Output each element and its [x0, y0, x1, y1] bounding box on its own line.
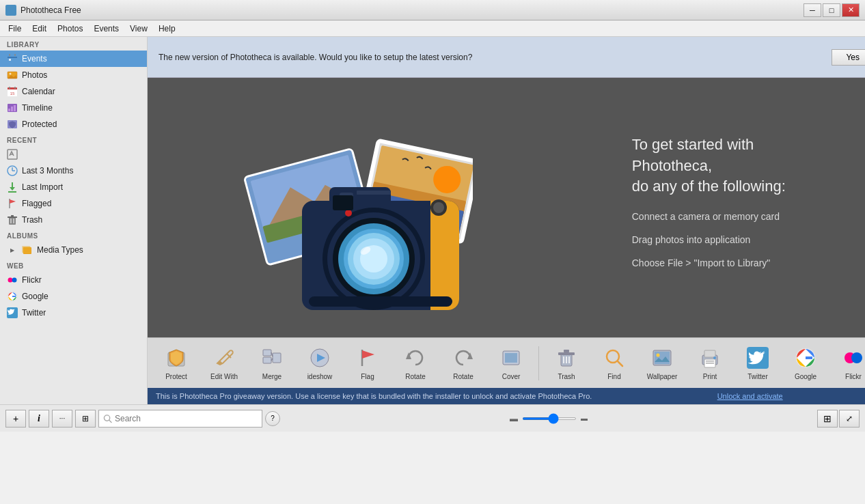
sidebar-item-media-types[interactable]: ▶ Media Types [0, 242, 147, 258]
rotate-left-button[interactable]: Rotate [392, 339, 439, 387]
more-button[interactable]: ··· [52, 410, 72, 428]
camera-area: To get started with Phototheca,do any of… [148, 78, 865, 337]
svg-rect-30 [8, 216, 17, 218]
ideshow-button[interactable]: ideshow [297, 339, 343, 387]
twitter-toolbar-label: Twitter [747, 373, 767, 380]
flickr-toolbar-icon [841, 346, 865, 370]
sidebar-item-recent-edit[interactable] [0, 146, 147, 163]
svg-rect-75 [309, 296, 452, 307]
zoom-slider[interactable] [522, 417, 577, 420]
sidebar-item-protected-label: Protected [22, 120, 57, 129]
add-button[interactable]: + [5, 410, 26, 428]
wallpaper-icon [650, 346, 674, 370]
getting-started-step1: Connect a camera or memory card [632, 211, 837, 222]
promo-message: This is Phototheca Pro giveaway version.… [156, 392, 592, 400]
svg-point-70 [433, 202, 444, 213]
promo-bar: This is Phototheca Pro giveaway version.… [148, 388, 865, 404]
svg-rect-4 [9, 59, 11, 61]
flickr-toolbar-label: Flickr [845, 373, 862, 380]
flag-toolbar-icon [355, 346, 380, 370]
trash-toolbar-label: Trash [558, 373, 575, 380]
menu-file[interactable]: File [3, 23, 27, 35]
wallpaper-button[interactable]: Wallpaper [639, 339, 685, 387]
cover-button[interactable]: Cover [488, 339, 534, 387]
sidebar-item-events-label: Events [22, 54, 47, 64]
svg-rect-15 [8, 109, 10, 111]
maximize-button[interactable]: □ [823, 3, 840, 17]
merge-button[interactable]: Merge [249, 339, 295, 387]
sidebar-item-calendar-label: Calendar [22, 87, 55, 96]
sidebar-item-events[interactable]: Events [0, 51, 147, 67]
ideshow-icon [307, 346, 332, 370]
google-toolbar-button[interactable]: Google [782, 339, 829, 387]
trash-toolbar-icon [554, 346, 579, 370]
sidebar-item-trash[interactable]: Trash [0, 212, 147, 228]
search-input[interactable] [115, 414, 258, 423]
svg-point-101 [657, 354, 660, 357]
close-button[interactable]: ✕ [842, 3, 860, 17]
flagged-icon [7, 198, 18, 209]
svg-rect-3 [14, 54, 16, 56]
trash-icon [7, 214, 18, 225]
merge-label: Merge [262, 373, 282, 380]
sidebar-item-protected[interactable]: Protected [0, 116, 147, 132]
svg-marker-86 [362, 350, 374, 359]
window-title: Phototheca Free [20, 5, 804, 15]
svg-rect-93 [564, 350, 569, 352]
fullscreen-button[interactable]: ⤢ [839, 410, 860, 428]
svg-rect-105 [706, 361, 714, 362]
svg-marker-25 [10, 187, 15, 191]
sidebar-item-calendar[interactable]: 15 Calendar [0, 83, 147, 100]
menu-help[interactable]: Help [153, 23, 181, 35]
protect-button[interactable]: Protect [153, 339, 200, 387]
rotate-right-button[interactable]: Rotate [440, 339, 486, 387]
view-buttons: ⊞ ⤢ [817, 410, 860, 428]
sidebar-item-google[interactable]: Google [0, 288, 147, 305]
menu-photos[interactable]: Photos [52, 23, 88, 35]
sidebar-item-last3months[interactable]: Last 3 Months [0, 163, 147, 179]
media-types-icon [22, 244, 33, 255]
trash-toolbar-button[interactable]: Trash [543, 339, 590, 387]
getting-started-title: To get started with Phototheca,do any of… [632, 135, 837, 197]
menu-edit[interactable]: Edit [27, 23, 52, 35]
svg-rect-90 [505, 353, 517, 363]
edit-with-button[interactable]: Edit With [201, 339, 247, 387]
unlock-activate-link[interactable]: Unlock and activate [717, 392, 783, 400]
sidebar-item-twitter[interactable]: Twitter [0, 305, 147, 321]
edit-with-label: Edit With [210, 373, 238, 380]
search-help-button[interactable]: ? [265, 411, 280, 426]
menu-view[interactable]: View [124, 23, 153, 35]
yes-button[interactable]: Yes [832, 49, 865, 66]
svg-line-98 [618, 361, 622, 366]
sidebar-item-flagged[interactable]: Flagged [0, 195, 147, 212]
twitter-toolbar-button[interactable]: Twitter [734, 339, 781, 387]
flickr-toolbar-button[interactable]: Flickr [830, 339, 865, 387]
calendar-icon: 15 [7, 86, 18, 97]
find-button[interactable]: Find [591, 339, 637, 387]
main-layout: LIBRARY Events Photos 15 Calendar Timeli… [0, 37, 865, 404]
rotate-right-label: Rotate [453, 373, 473, 380]
sidebar-item-lastimport-label: Last Import [22, 182, 63, 192]
minimize-button[interactable]: ─ [804, 3, 821, 17]
menu-events[interactable]: Events [88, 23, 124, 35]
sidebar-item-flickr[interactable]: Flickr [0, 272, 147, 288]
recent-header: RECENT [0, 132, 147, 146]
print-button[interactable]: Print [687, 339, 733, 387]
grid-view-button[interactable]: ⊞ [817, 410, 838, 428]
info-button[interactable]: i [29, 410, 49, 428]
sidebar-item-photos[interactable]: Photos [0, 67, 147, 83]
cover-icon [499, 346, 523, 370]
flag-button[interactable]: Flag [344, 339, 391, 387]
app-icon [5, 5, 16, 16]
photos-icon [7, 70, 18, 81]
svg-point-7 [10, 73, 12, 75]
protected-icon [7, 119, 18, 130]
sidebar-item-lastimport[interactable]: Last Import [0, 179, 147, 195]
google-toolbar-label: Google [795, 373, 816, 380]
camera-illustration [241, 92, 473, 324]
sidebar-item-timeline[interactable]: Timeline [0, 100, 147, 116]
key-button[interactable]: ⊞ [75, 410, 96, 428]
svg-line-81 [271, 352, 273, 356]
svg-rect-41 [12, 296, 16, 297]
sidebar: LIBRARY Events Photos 15 Calendar Timeli… [0, 37, 148, 404]
